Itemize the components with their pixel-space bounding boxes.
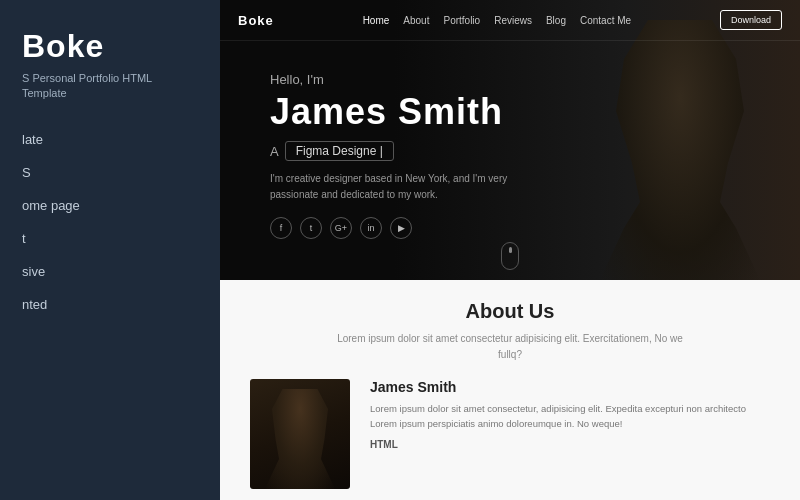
sidebar-nav-item[interactable]: t (22, 229, 198, 248)
about-row: James Smith Lorem ipsum dolor sit amet c… (250, 379, 770, 489)
brand-subtitle: S Personal Portfolio HTML Template (22, 71, 198, 102)
scroll-dot (509, 247, 512, 253)
hero-nav-link[interactable]: Contact Me (580, 15, 631, 26)
hero-nav-link[interactable]: Portfolio (443, 15, 480, 26)
about-section: About Us Lorem ipsum dolor sit amet cons… (220, 280, 800, 500)
about-photo-person (265, 389, 335, 489)
hero-nav-link[interactable]: Blog (546, 15, 566, 26)
hero-section: Boke HomeAboutPortfolioReviewsBlogContac… (220, 0, 800, 280)
social-icon[interactable]: ▶ (390, 217, 412, 239)
sidebar-nav-item[interactable]: nted (22, 295, 198, 314)
hero-description: I'm creative designer based in New York,… (270, 171, 550, 203)
hero-hello-text: Hello, I'm (270, 72, 770, 87)
social-icon[interactable]: in (360, 217, 382, 239)
social-icon[interactable]: t (300, 217, 322, 239)
about-photo (250, 379, 350, 489)
hero-nav-link[interactable]: Home (363, 15, 390, 26)
hero-nav-link[interactable]: About (403, 15, 429, 26)
about-title: About Us (466, 300, 555, 323)
about-person-name: James Smith (370, 379, 770, 395)
hero-name: James Smith (270, 91, 770, 133)
hero-role-prefix: A (270, 144, 279, 159)
hero-nav-links: HomeAboutPortfolioReviewsBlogContact Me (363, 15, 631, 26)
left-sidebar: Boke S Personal Portfolio HTML Template … (0, 0, 220, 500)
right-panel: Boke HomeAboutPortfolioReviewsBlogContac… (220, 0, 800, 500)
about-description: Lorem ipsum dolor sit amet consectetur a… (330, 331, 690, 363)
about-person-desc: Lorem ipsum dolor sit amet consectetur, … (370, 401, 770, 431)
hero-navbar: Boke HomeAboutPortfolioReviewsBlogContac… (220, 0, 800, 41)
hero-logo: Boke (238, 13, 274, 28)
hero-nav-link[interactable]: Reviews (494, 15, 532, 26)
download-button[interactable]: Download (720, 10, 782, 30)
about-html-label: HTML (370, 439, 770, 450)
scroll-indicator (501, 242, 519, 270)
sidebar-nav: lateSome pagetsivented (22, 130, 198, 314)
hero-socials: ftG+in▶ (270, 217, 770, 239)
social-icon[interactable]: G+ (330, 217, 352, 239)
sidebar-nav-item[interactable]: S (22, 163, 198, 182)
sidebar-nav-item[interactable]: late (22, 130, 198, 149)
hero-role-badge: Figma Designe | (285, 141, 394, 161)
brand-title: Boke (22, 28, 198, 65)
sidebar-nav-item[interactable]: sive (22, 262, 198, 281)
social-icon[interactable]: f (270, 217, 292, 239)
about-text-block: James Smith Lorem ipsum dolor sit amet c… (370, 379, 770, 452)
hero-role: A Figma Designe | (270, 141, 770, 161)
sidebar-nav-item[interactable]: ome page (22, 196, 198, 215)
